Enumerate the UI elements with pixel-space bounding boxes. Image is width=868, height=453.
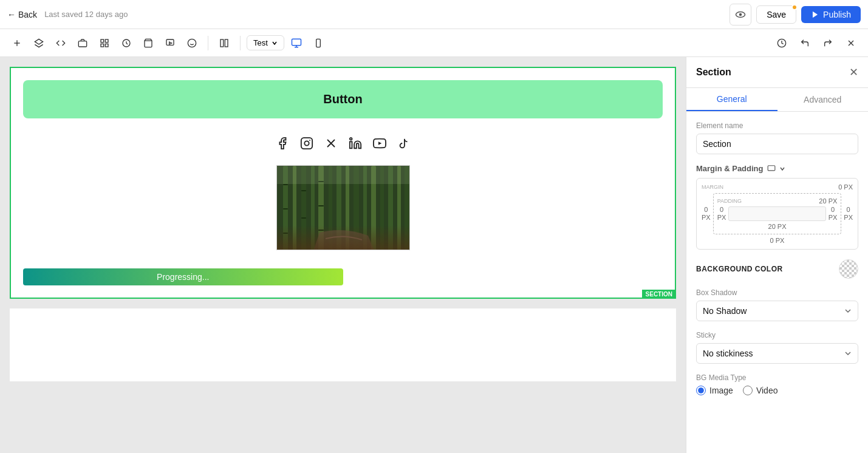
margin-top-value: 0 PX: [838, 183, 853, 191]
margin-right-value: 0PX: [844, 206, 853, 222]
svg-rect-56: [277, 166, 409, 184]
publish-button[interactable]: Publish: [801, 6, 861, 23]
preview-button[interactable]: [730, 4, 751, 26]
panel-title: Section: [696, 67, 731, 78]
background-color-section: BACKGROUND COLOR: [696, 259, 858, 279]
toolbar-divider-2: [240, 36, 241, 50]
sticky-select[interactable]: No stickiness: [696, 343, 858, 364]
bg-media-section: BG Media Type Image Video: [696, 373, 858, 395]
svg-marker-14: [169, 42, 172, 44]
undo-button[interactable]: [795, 33, 815, 53]
svg-rect-20: [292, 39, 301, 46]
more-options-button[interactable]: [841, 33, 861, 53]
bg-media-image-option[interactable]: Image: [696, 386, 733, 395]
section-label-badge: SECTION: [642, 290, 676, 299]
bamboo-image: [276, 165, 410, 250]
svg-point-30: [349, 138, 352, 140]
box-shadow-section: Box Shadow No Shadow: [696, 288, 858, 321]
canvas[interactable]: Button: [0, 57, 686, 453]
instagram-icon[interactable]: [300, 137, 313, 153]
split-view-button[interactable]: [214, 33, 234, 53]
right-panel: Section ✕ General Advanced Element name …: [686, 57, 868, 453]
back-button[interactable]: ← Back: [7, 10, 37, 19]
margin-left-value: 0PX: [702, 206, 711, 222]
redo-button[interactable]: [818, 33, 838, 53]
layers-button[interactable]: [29, 33, 49, 53]
code-button[interactable]: [51, 33, 70, 53]
svg-point-28: [309, 140, 310, 141]
padding-top-value: 20 PX: [819, 197, 837, 205]
svg-rect-52: [301, 217, 306, 219]
margin-bottom-value: 0 PX: [770, 237, 785, 244]
svg-rect-57: [768, 165, 775, 170]
twitter-x-icon[interactable]: [324, 137, 338, 153]
layout-button[interactable]: [95, 33, 114, 53]
responsive-button[interactable]: [73, 33, 92, 53]
linkedin-icon[interactable]: [349, 137, 362, 153]
bg-color-label: BACKGROUND COLOR: [696, 265, 783, 273]
social-icons-row: [11, 131, 675, 165]
panel-tabs: General Advanced: [686, 88, 868, 112]
unsaved-dot: [791, 4, 798, 10]
svg-rect-26: [301, 138, 312, 149]
svg-rect-19: [225, 39, 228, 47]
svg-rect-6: [78, 41, 86, 46]
eye-icon: [735, 9, 746, 20]
button-element[interactable]: Button: [23, 80, 663, 118]
color-picker-button[interactable]: [839, 259, 858, 279]
svg-rect-50: [283, 233, 288, 234]
forms-button[interactable]: [117, 33, 136, 53]
svg-rect-10: [105, 44, 108, 47]
bg-media-image-radio[interactable]: [696, 386, 706, 395]
svg-rect-55: [318, 230, 324, 231]
tiktok-icon[interactable]: [397, 137, 411, 153]
publish-icon: [811, 10, 819, 19]
tab-general[interactable]: General: [686, 88, 777, 111]
top-header: ← Back Last saved 12 days ago Save Publi…: [0, 0, 868, 29]
svg-rect-29: [349, 141, 352, 148]
panel-close-button[interactable]: ✕: [849, 66, 858, 79]
test-select[interactable]: Test: [247, 35, 284, 50]
emoji-button[interactable]: [182, 33, 202, 53]
margin-padding-section: Margin & Padding MARGIN 0 PX 0PX: [696, 164, 858, 250]
svg-point-27: [304, 141, 309, 145]
panel-body: Element name Margin & Padding MARGIN 0 P…: [686, 112, 868, 405]
svg-rect-18: [220, 39, 224, 47]
box-shadow-select[interactable]: No Shadow: [696, 301, 858, 321]
progress-text: Progressing...: [157, 272, 209, 282]
padding-bottom-value: 20 PX: [768, 223, 787, 230]
tab-advanced[interactable]: Advanced: [777, 88, 869, 111]
facebook-icon[interactable]: [276, 137, 289, 153]
ecommerce-button[interactable]: [138, 33, 158, 53]
progress-bar: Progressing...: [23, 268, 343, 285]
media-button[interactable]: [160, 33, 180, 53]
last-saved-text: Last saved 12 days ago: [44, 10, 722, 19]
padding-label: PADDING: [717, 198, 742, 204]
save-button[interactable]: Save: [756, 5, 796, 24]
history-button[interactable]: [772, 33, 791, 53]
margin-padding-label: Margin & Padding: [696, 164, 858, 173]
box-shadow-label: Box Shadow: [696, 288, 858, 297]
element-name-label: Element name: [696, 121, 858, 130]
bg-media-video-radio[interactable]: [743, 386, 753, 395]
desktop-button[interactable]: [287, 33, 306, 53]
svg-point-15: [188, 39, 196, 47]
button-text: Button: [323, 92, 362, 106]
below-section[interactable]: [10, 308, 676, 381]
add-element-button[interactable]: [7, 33, 27, 53]
section-block[interactable]: Button: [10, 67, 676, 299]
toolbar-right: [772, 33, 861, 53]
svg-rect-49: [283, 208, 288, 209]
sticky-section: Sticky No stickiness: [696, 331, 858, 364]
bg-media-video-option[interactable]: Video: [743, 386, 778, 395]
main-layout: Button: [0, 57, 868, 453]
svg-rect-9: [101, 44, 104, 47]
bamboo-background: [277, 166, 409, 250]
element-name-input[interactable]: [696, 134, 858, 154]
element-name-field: Element name: [696, 121, 858, 154]
youtube-icon[interactable]: [373, 137, 386, 153]
mobile-button[interactable]: [309, 33, 328, 53]
toolbar-divider-1: [208, 36, 208, 50]
toolbar: Test: [0, 29, 868, 57]
svg-point-1: [739, 13, 742, 16]
